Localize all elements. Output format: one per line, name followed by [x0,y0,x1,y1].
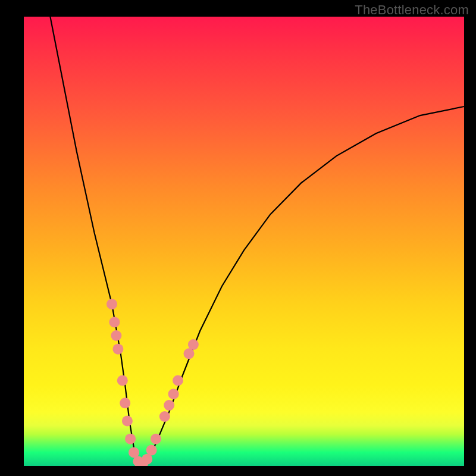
data-marker [125,434,136,444]
data-marker [112,344,123,355]
data-marker [151,434,161,444]
data-marker [117,375,128,386]
data-marker [120,397,130,408]
data-marker [107,299,117,309]
bottleneck-curve [50,17,464,466]
watermark-text: TheBottleneck.com [355,2,469,18]
data-marker [122,416,133,427]
plot-area [24,17,464,466]
data-marker [159,411,170,422]
data-marker [111,330,121,341]
data-marker [146,445,157,456]
data-marker [188,339,199,350]
curve-layer [24,17,464,466]
data-marker [168,389,179,399]
data-marker [173,375,183,386]
data-marker [109,317,120,327]
chart-frame: TheBottleneck.com [0,0,476,476]
markers-group [107,299,199,466]
data-marker [164,400,174,411]
